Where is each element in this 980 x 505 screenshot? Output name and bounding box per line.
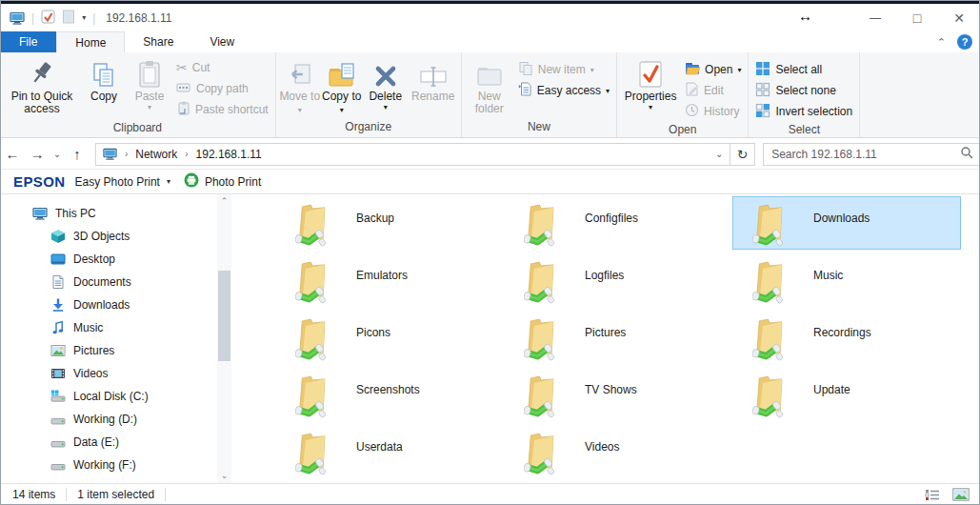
new-item-button[interactable]: New item ▾ — [514, 59, 613, 80]
folder-tile-pictures[interactable]: Pictures — [504, 311, 732, 364]
navigation-bar: ← → ⌄ ↑ › Network › 192.168.1.11 ⌄ ↻ — [0, 139, 980, 169]
folder-tile-recordings[interactable]: Recordings — [732, 311, 961, 364]
help-icon[interactable]: ? — [957, 34, 972, 50]
rename-button[interactable]: Rename — [409, 54, 458, 103]
customize-qat-chevron-icon[interactable]: ▾ — [82, 13, 86, 22]
new-folder-button[interactable]: New folder — [465, 54, 514, 115]
sidebar-item-label: Working (D:) — [73, 413, 137, 426]
network-folder-icon — [524, 374, 562, 418]
photo-print-button[interactable]: Photo Print — [184, 172, 261, 191]
minimize-ribbon-chevron-icon[interactable]: ⌃ — [937, 36, 946, 49]
photo-print-icon — [184, 172, 199, 191]
folder-tile-emulators[interactable]: Emulators — [275, 253, 504, 307]
move-to-button[interactable]: Move to ▾ — [279, 54, 321, 115]
paste-shortcut-button[interactable]: Paste shortcut — [172, 99, 272, 120]
properties-qat-button[interactable] — [41, 10, 55, 27]
sidebar-item-local-disk-c[interactable]: Local Disk (C:) — [0, 385, 234, 408]
easy-photo-print-menu[interactable]: Easy Photo Print ▾ — [75, 175, 170, 189]
maximize-button[interactable]: □ — [896, 4, 938, 31]
folder-name: Pictures — [585, 326, 626, 339]
folder-tile-videos[interactable]: Videos — [504, 425, 732, 478]
folder-tile-downloads[interactable]: Downloads — [732, 196, 961, 250]
sidebar-item-videos[interactable]: Videos — [0, 362, 234, 385]
sidebar-item-data-e[interactable]: Data (E:) — [0, 431, 234, 454]
button-label: New folder — [465, 91, 514, 115]
tab-home[interactable]: Home — [56, 31, 125, 52]
open-folder-icon — [685, 62, 700, 78]
scrollbar-thumb[interactable] — [218, 271, 230, 361]
sidebar-item-label: Downloads — [73, 298, 130, 312]
quick-access-toolbar: | ▾ | 192.168.1.11 — [0, 10, 171, 27]
tab-view[interactable]: View — [191, 31, 252, 52]
button-label: Pin to Quick access — [3, 91, 81, 115]
pin-to-quick-access-button[interactable]: Pin to Quick access — [3, 54, 81, 115]
details-view-button[interactable] — [921, 486, 944, 503]
copy-path-button[interactable]: Copy path — [172, 78, 272, 99]
paste-button[interactable]: Paste ▾ — [127, 54, 172, 111]
new-folder-qat-button[interactable] — [62, 10, 75, 27]
folder-tile-tv-shows[interactable]: TV Shows — [504, 368, 732, 421]
select-none-button[interactable]: Select none — [751, 80, 856, 101]
edit-button[interactable]: Edit — [681, 80, 745, 101]
copy-to-button[interactable]: Copy to ▾ — [321, 54, 363, 115]
recent-locations-chevron-icon[interactable]: ⌄ — [50, 149, 65, 159]
tab-share[interactable]: Share — [125, 31, 191, 52]
large-icons-view-button[interactable] — [950, 486, 972, 503]
sidebar-item-label: Videos — [73, 367, 108, 380]
chevron-down-icon: ▾ — [737, 66, 741, 74]
sidebar-item-this-pc[interactable]: This PC — [0, 202, 234, 225]
button-label: Photo Print — [205, 175, 261, 189]
network-folder-icon — [295, 374, 333, 418]
folder-tile-update[interactable]: Update — [732, 368, 961, 421]
folder-tile-logfiles[interactable]: Logfiles — [504, 253, 732, 307]
invert-selection-button[interactable]: Invert selection — [751, 101, 856, 122]
properties-icon — [637, 56, 664, 91]
address-bar[interactable]: › Network › 192.168.1.11 ⌄ — [95, 143, 730, 166]
downloads-icon — [50, 297, 66, 313]
sidebar-item-music[interactable]: Music — [0, 316, 234, 339]
copy-button[interactable]: Copy — [81, 54, 127, 103]
sidebar-item-desktop[interactable]: Desktop — [0, 248, 234, 271]
delete-button[interactable]: Delete ▾ — [363, 54, 409, 111]
search-input[interactable] — [771, 148, 960, 161]
folder-tile-screenshots[interactable]: Screenshots — [275, 368, 504, 421]
network-folder-icon — [295, 260, 333, 304]
forward-button[interactable]: → — [25, 146, 50, 162]
breadcrumb-network[interactable]: Network — [135, 148, 177, 161]
cut-button[interactable]: ✂ Cut — [172, 57, 272, 78]
scroll-down-icon[interactable]: ⌄ — [217, 469, 231, 483]
folder-tile-userdata[interactable]: Userdata — [275, 425, 504, 478]
history-button[interactable]: History — [681, 101, 745, 122]
scroll-up-icon[interactable]: ⌃ — [217, 194, 231, 209]
network-folder-icon — [295, 317, 333, 361]
easy-access-button[interactable]: Easy access ▾ — [514, 80, 613, 101]
folder-tile-picons[interactable]: Picons — [275, 311, 504, 364]
refresh-button[interactable]: ↻ — [730, 143, 755, 166]
sidebar-item-documents[interactable]: Documents — [0, 271, 234, 293]
drive-icon — [50, 412, 66, 427]
folder-tile-music[interactable]: Music — [732, 253, 961, 307]
sidebar-item-downloads[interactable]: Downloads — [0, 293, 234, 316]
close-button[interactable]: ✕ — [938, 4, 980, 31]
search-icon[interactable] — [960, 146, 973, 162]
cut-icon: ✂ — [176, 60, 188, 75]
sidebar-scrollbar[interactable]: ⌃ ⌄ — [217, 194, 231, 483]
up-button[interactable]: ↑ — [65, 146, 90, 162]
minimize-button[interactable]: — — [854, 4, 896, 31]
address-dropdown-chevron-icon[interactable]: ⌄ — [709, 149, 730, 159]
open-button[interactable]: Open ▾ — [681, 59, 745, 80]
properties-button[interactable]: Properties ▾ — [620, 54, 681, 111]
sidebar-item-pictures[interactable]: Pictures — [0, 339, 234, 362]
sidebar-item-working-f[interactable]: Working (F:) — [0, 454, 234, 476]
sidebar-item-working-d[interactable]: Working (D:) — [0, 408, 234, 431]
back-button[interactable]: ← — [0, 146, 25, 162]
separator — [66, 488, 67, 501]
breadcrumb-host[interactable]: 192.168.1.11 — [196, 148, 262, 161]
sidebar-item-label: Local Disk (C:) — [73, 390, 149, 403]
folder-tile-backup[interactable]: Backup — [275, 196, 504, 250]
tab-file[interactable]: File — [0, 31, 56, 52]
select-all-button[interactable]: Select all — [751, 59, 856, 80]
sidebar-item-3d-objects[interactable]: 3D Objects — [0, 225, 234, 248]
folder-tile-configfiles[interactable]: Configfiles — [504, 196, 732, 250]
copy-path-icon — [176, 80, 191, 97]
